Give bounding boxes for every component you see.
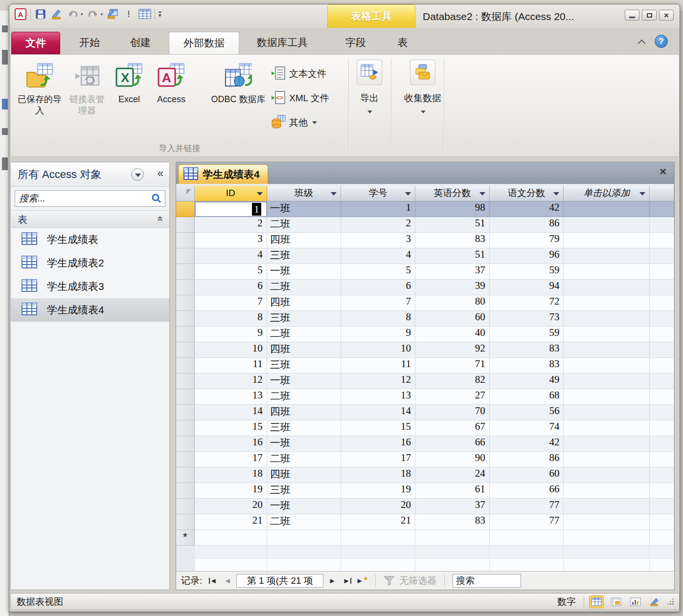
grid-cell-new[interactable] bbox=[341, 530, 415, 546]
grid-cell-add[interactable] bbox=[564, 342, 650, 358]
row-selector[interactable] bbox=[176, 201, 195, 217]
grid-cell-add[interactable] bbox=[564, 514, 650, 530]
grid-cell[interactable]: 21 bbox=[341, 514, 415, 530]
row-selector[interactable] bbox=[176, 452, 195, 467]
record-search-input[interactable] bbox=[453, 574, 521, 588]
grid-cell[interactable]: 7 bbox=[195, 295, 267, 311]
record-position-box[interactable] bbox=[236, 574, 323, 588]
grid-cell[interactable]: 24 bbox=[415, 467, 490, 483]
select-all-corner[interactable] bbox=[176, 186, 195, 201]
collect-data-button[interactable]: 收集数据 bbox=[404, 60, 441, 113]
grid-cell[interactable]: 40 bbox=[415, 327, 490, 342]
grid-cell[interactable]: 13 bbox=[195, 389, 267, 405]
grid-cell[interactable]: 16 bbox=[341, 436, 415, 452]
no-filter-button[interactable]: 无筛选器 bbox=[384, 574, 436, 587]
grid-cell[interactable]: 6 bbox=[195, 280, 267, 295]
grid-cell[interactable]: 一班 bbox=[267, 201, 342, 217]
saved-imports-button[interactable]: 已保存的导入 bbox=[15, 60, 65, 118]
grid-cell[interactable]: 42 bbox=[490, 436, 564, 452]
grid-cell[interactable]: 66 bbox=[415, 436, 490, 452]
nav-table-item[interactable]: 学生成绩表2 bbox=[11, 251, 169, 275]
grid-cell[interactable]: 39 bbox=[415, 280, 490, 295]
grid-cell[interactable]: 77 bbox=[490, 514, 564, 530]
grid-cell[interactable]: 三班 bbox=[267, 483, 342, 499]
grid-cell[interactable]: 20 bbox=[341, 499, 415, 514]
row-selector[interactable] bbox=[176, 514, 195, 530]
undo-icon[interactable] bbox=[67, 8, 79, 21]
navigation-section-tables[interactable]: 表 « bbox=[11, 210, 169, 228]
pivottable-view-button[interactable] bbox=[609, 595, 623, 608]
grid-cell[interactable]: 79 bbox=[490, 233, 564, 248]
help-icon[interactable]: ? bbox=[655, 35, 668, 48]
grid-cell[interactable]: 5 bbox=[341, 264, 415, 280]
row-selector[interactable] bbox=[176, 217, 195, 233]
grid-cell[interactable]: 10 bbox=[195, 342, 267, 358]
row-selector[interactable] bbox=[176, 327, 195, 342]
grid-cell[interactable]: 二班 bbox=[267, 452, 342, 467]
grid-cell[interactable]: 16 bbox=[195, 436, 267, 452]
grid-cell[interactable]: 三班 bbox=[267, 311, 342, 327]
grid-cell[interactable]: 17 bbox=[195, 452, 267, 467]
grid-cell[interactable]: 15 bbox=[195, 420, 267, 436]
grid-cell[interactable]: 98 bbox=[415, 201, 490, 217]
grid-cell[interactable]: 72 bbox=[490, 295, 564, 311]
grid-cell-editing[interactable]: 1 bbox=[195, 201, 267, 217]
grid-cell-add[interactable] bbox=[564, 499, 650, 514]
grid-cell[interactable]: 一班 bbox=[267, 374, 342, 389]
grid-cell[interactable]: 15 bbox=[341, 420, 415, 436]
grid-cell[interactable]: 一班 bbox=[267, 499, 342, 514]
nav-table-item[interactable]: 学生成绩表4 bbox=[11, 298, 169, 322]
grid-cell[interactable]: 37 bbox=[415, 264, 490, 280]
grid-cell[interactable]: 18 bbox=[341, 467, 415, 483]
row-selector[interactable] bbox=[176, 342, 195, 358]
next-record-button[interactable]: ► bbox=[326, 575, 338, 587]
grid-cell[interactable]: 82 bbox=[415, 374, 490, 389]
grid-cell[interactable]: 6 bbox=[341, 280, 415, 295]
grid-cell[interactable]: 3 bbox=[341, 233, 415, 248]
grid-cell[interactable]: 67 bbox=[415, 420, 490, 436]
row-selector[interactable] bbox=[176, 311, 195, 327]
grid-cell[interactable]: 14 bbox=[195, 405, 267, 420]
import-text-file-button[interactable]: 文本文件 bbox=[269, 62, 347, 86]
pivotchart-view-button[interactable] bbox=[628, 595, 643, 608]
navigation-menu-icon[interactable] bbox=[131, 168, 144, 181]
grid-cell[interactable]: 三班 bbox=[267, 358, 342, 374]
column-header-ID[interactable]: ID bbox=[195, 186, 267, 201]
tab-fields[interactable]: 字段 bbox=[333, 32, 378, 54]
design-view-button[interactable] bbox=[648, 595, 662, 608]
grid-cell[interactable]: 61 bbox=[415, 483, 490, 499]
grid-cell[interactable]: 66 bbox=[490, 483, 564, 499]
grid-cell[interactable]: 27 bbox=[415, 389, 490, 405]
grid-cell-new[interactable] bbox=[415, 530, 490, 546]
undo-dropdown-icon[interactable]: ▾ bbox=[81, 12, 83, 17]
previous-record-button[interactable]: ◄ bbox=[222, 575, 233, 587]
grid-cell[interactable]: 83 bbox=[490, 358, 564, 374]
export-button[interactable]: 导出 bbox=[357, 60, 382, 113]
grid-cell[interactable]: 8 bbox=[195, 311, 267, 327]
grid-cell[interactable]: 74 bbox=[490, 420, 564, 436]
grid-cell[interactable]: 4 bbox=[341, 248, 415, 264]
grid-cell[interactable]: 四班 bbox=[267, 295, 342, 311]
grid-cell-add[interactable] bbox=[564, 483, 650, 499]
grid-cell[interactable]: 1 bbox=[341, 201, 415, 217]
grid-cell-add[interactable] bbox=[564, 436, 650, 452]
column-header-语文分数[interactable]: 语文分数 bbox=[490, 186, 564, 201]
nav-table-item[interactable]: 学生成绩表 bbox=[11, 228, 169, 251]
tab-create[interactable]: 创建 bbox=[118, 32, 163, 54]
grid-cell[interactable]: 2 bbox=[341, 217, 415, 233]
grid-cell[interactable]: 13 bbox=[341, 389, 415, 405]
linked-table-manager-button[interactable]: 链接表管理器 bbox=[65, 60, 110, 118]
grid-cell-add[interactable] bbox=[564, 358, 650, 374]
restore-button[interactable] bbox=[642, 10, 657, 21]
new-record-selector[interactable]: * bbox=[176, 530, 195, 546]
grid-cell[interactable]: 60 bbox=[415, 311, 490, 327]
grid-cell[interactable]: 86 bbox=[490, 217, 564, 233]
grid-cell[interactable]: 二班 bbox=[267, 217, 342, 233]
grid-cell-add[interactable] bbox=[564, 311, 650, 327]
datasheet-icon[interactable] bbox=[138, 8, 151, 21]
row-selector[interactable] bbox=[176, 436, 195, 452]
resize-grip[interactable] bbox=[667, 598, 674, 605]
column-header-班级[interactable]: 班级 bbox=[267, 186, 342, 201]
grid-cell[interactable]: 7 bbox=[341, 295, 415, 311]
column-header-单击以添加[interactable]: 单击以添加 bbox=[564, 186, 650, 201]
